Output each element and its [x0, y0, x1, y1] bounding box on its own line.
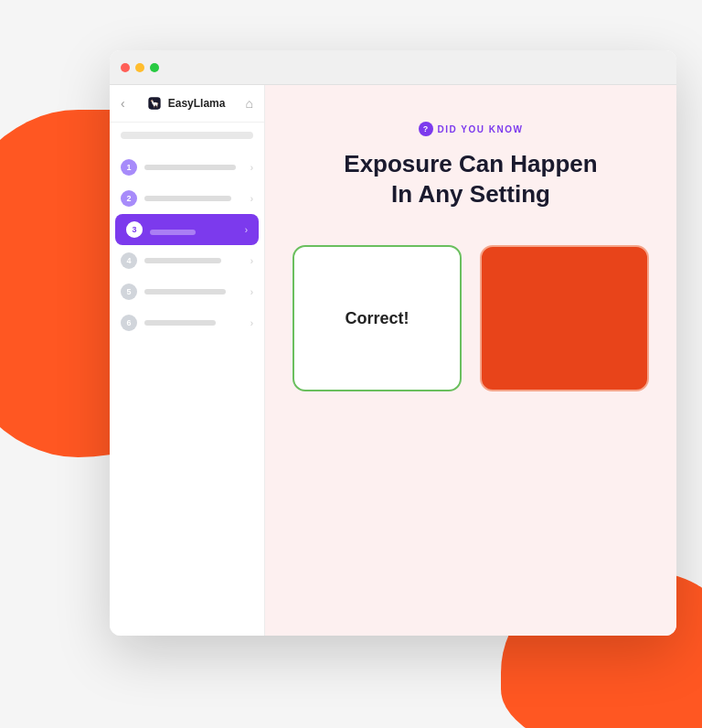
item-label-bar-1 — [144, 165, 236, 170]
item-number-5: 5 — [121, 284, 137, 300]
card-correct-label: Correct! — [345, 309, 409, 328]
sidebar-header: ‹ 🦙 EasyLlama ⌂ — [110, 85, 264, 123]
item-label-bar-6 — [144, 320, 216, 326]
badge-label: DID YOU KNOW — [438, 124, 524, 134]
sidebar: ‹ 🦙 EasyLlama ⌂ 1 — [110, 85, 265, 636]
answer-card-wrong[interactable] — [480, 245, 649, 391]
main-title: Exposure Can Happen In Any Setting — [344, 149, 597, 209]
browser-chrome — [110, 50, 676, 85]
chevron-icon-1: › — [250, 163, 253, 173]
sidebar-item-3[interactable]: 3 › — [115, 214, 259, 245]
sidebar-item-6[interactable]: 6 › — [110, 307, 264, 338]
badge-question-icon: ? — [419, 122, 433, 136]
brand-logo-area: 🦙 EasyLlama — [145, 94, 226, 112]
item-number-6: 6 — [121, 315, 137, 331]
back-arrow-icon[interactable]: ‹ — [121, 96, 125, 111]
chevron-icon-6: › — [250, 318, 253, 328]
sidebar-item-5[interactable]: 5 › — [110, 276, 264, 307]
main-title-line1: Exposure Can Happen — [344, 150, 597, 177]
traffic-light-yellow[interactable] — [135, 63, 144, 72]
item-text-4 — [144, 258, 247, 263]
chevron-icon-2: › — [250, 194, 253, 204]
sidebar-top-bar — [121, 132, 253, 139]
item-text-2 — [144, 196, 247, 201]
traffic-light-red[interactable] — [121, 63, 130, 72]
item-number-3: 3 — [126, 221, 143, 238]
main-title-line2: In Any Setting — [391, 180, 550, 208]
traffic-light-green[interactable] — [150, 63, 159, 72]
sidebar-item-1[interactable]: 1 › — [110, 152, 264, 183]
item-text-1 — [144, 165, 247, 170]
home-icon[interactable]: ⌂ — [246, 96, 253, 111]
browser-body: ‹ 🦙 EasyLlama ⌂ 1 — [110, 85, 676, 636]
did-you-know-badge: ? DID YOU KNOW — [419, 122, 524, 136]
item-label-bar-2 — [144, 196, 231, 201]
browser-window: ‹ 🦙 EasyLlama ⌂ 1 — [110, 50, 676, 636]
svg-text:🦙: 🦙 — [150, 99, 160, 109]
item-number-2: 2 — [121, 190, 137, 207]
main-content: ? DID YOU KNOW Exposure Can Happen In An… — [265, 85, 676, 636]
chevron-icon-5: › — [250, 287, 253, 297]
answer-cards-row: Correct! — [292, 245, 649, 391]
item-text-5 — [144, 289, 247, 294]
item-text-6 — [144, 320, 247, 326]
item-number-4: 4 — [121, 252, 137, 269]
sidebar-nav: ‹ — [121, 96, 125, 111]
chevron-icon-3: › — [245, 225, 248, 235]
brand-name: EasyLlama — [168, 97, 226, 110]
chevron-icon-4: › — [250, 256, 253, 266]
item-label-bar-4 — [144, 258, 221, 263]
sidebar-item-4[interactable]: 4 › — [110, 245, 264, 276]
sidebar-item-2[interactable]: 2 › — [110, 183, 264, 214]
item-number-1: 1 — [121, 159, 137, 176]
item-text-3 — [150, 224, 241, 235]
easyllama-logo-icon: 🦙 — [145, 94, 164, 112]
item-label-bar-5 — [144, 289, 226, 294]
answer-card-correct[interactable]: Correct! — [292, 245, 462, 391]
item-sub-bar-3 — [150, 230, 196, 235]
